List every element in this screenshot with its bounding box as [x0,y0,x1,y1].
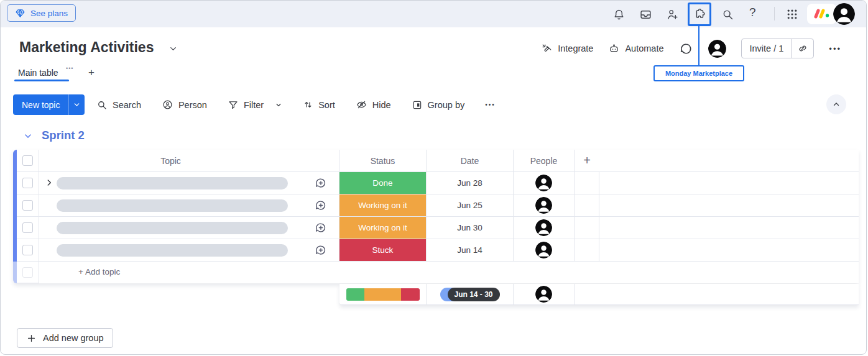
expand-row-chevron-icon[interactable] [45,178,53,187]
copy-link-icon[interactable] [792,39,813,58]
add-update-cell[interactable] [302,194,339,217]
row-checkbox[interactable] [22,222,33,233]
filter-button[interactable]: Filter [228,99,282,111]
board-owner-avatar[interactable] [708,40,726,58]
toolbar-more-options[interactable]: ••• [485,101,496,108]
group-by-icon [412,99,423,111]
people-cell[interactable] [514,217,575,239]
status-label[interactable]: Stuck [339,239,426,261]
topic-cell[interactable] [39,217,302,239]
add-column-button[interactable]: + [575,150,599,172]
person-avatar[interactable] [535,197,552,214]
filter-chevron-down-icon[interactable] [275,101,282,109]
inbox-tray-icon[interactable] [639,7,652,21]
summary-filler [575,284,859,304]
distribution-segment-done[interactable] [346,288,365,301]
board-more-options-button[interactable]: ••• [829,44,841,53]
select-all-checkbox[interactable] [22,155,33,166]
search-label: Search [113,100,141,110]
help-icon[interactable]: ? [749,6,756,19]
topic-cell[interactable] [39,172,302,194]
date-cell[interactable]: Jun 25 [427,194,514,217]
add-topic-button[interactable]: + Add topic [78,267,120,276]
date-cell[interactable]: Jun 28 [427,172,514,194]
sort-arrows-icon [303,99,313,110]
distribution-segment-stuck[interactable] [401,288,420,301]
search-button[interactable]: Search [96,99,141,111]
column-header-topic[interactable]: Topic [39,150,302,172]
people-cell[interactable] [514,194,575,217]
status-label[interactable]: Working on it [339,217,426,239]
add-topic-row[interactable]: + Add topic [13,262,859,283]
date-cell[interactable]: Jun 14 [427,239,514,262]
monday-logo[interactable] [811,7,832,21]
board-title-chevron-down-icon[interactable] [169,44,178,53]
topic-cell[interactable] [39,194,302,217]
sort-button[interactable]: Sort [303,99,335,110]
hide-button[interactable]: Hide [356,99,391,111]
status-distribution-bar[interactable] [346,288,420,301]
people-cell[interactable] [514,239,575,262]
person-avatar[interactable] [535,286,552,303]
add-new-group-button[interactable]: Add new group [17,328,113,348]
status-label[interactable]: Done [339,172,426,194]
row-checkbox[interactable] [22,200,33,211]
new-topic-label[interactable]: New topic [13,94,68,115]
distribution-segment-working[interactable] [364,288,401,301]
add-update-bubble-icon[interactable] [314,199,328,212]
person-avatar[interactable] [535,175,552,191]
tab-main-table[interactable]: Main table [18,68,58,78]
person-filter-button[interactable]: Person [162,99,207,111]
row-select-cell [17,217,39,239]
group-collapse-chevron-icon[interactable] [23,131,33,141]
notifications-bell-icon[interactable] [612,7,626,21]
date-cell[interactable]: Jun 30 [427,217,514,239]
column-header-status[interactable]: Status [339,150,427,172]
search-icon[interactable] [721,7,734,21]
automate-button[interactable]: Automate [608,43,663,55]
group-by-button[interactable]: Group by [412,99,465,111]
invite-label[interactable]: Invite / 1 [742,39,792,58]
row-checkbox[interactable] [22,178,33,188]
add-update-cell[interactable] [302,239,339,262]
integrate-label: Integrate [558,43,593,53]
add-update-bubble-icon[interactable] [314,221,328,235]
new-topic-button[interactable]: New topic [13,94,85,115]
row-select-cell [17,262,39,283]
status-label[interactable]: Working on it [339,194,426,216]
status-summary-cell [339,284,427,304]
empty-cell [575,172,599,194]
see-plans-button[interactable]: See plans [7,4,76,22]
person-avatar[interactable] [535,219,552,236]
invite-button[interactable]: Invite / 1 [741,39,815,58]
user-avatar[interactable] [833,3,855,25]
group-summary-row: Jun 14 - 30 [339,284,859,305]
select-all-cell [17,150,39,172]
row-checkbox[interactable] [22,245,33,255]
integrate-button[interactable]: Integrate [541,43,593,55]
topic-cell[interactable] [39,239,302,262]
add-update-bubble-icon[interactable] [314,176,328,190]
app-window: See plans ? [0,0,867,355]
column-header-date[interactable]: Date [427,150,514,172]
apps-grid-icon[interactable] [785,7,799,21]
group-title[interactable]: Sprint 2 [42,129,85,142]
row-filler [599,194,859,217]
marketplace-puzzle-icon[interactable] [688,2,711,26]
group-table: Topic Status Date People + [13,150,859,305]
collapse-toolbar-button[interactable] [826,94,846,114]
date-range-pill[interactable]: Jun 14 - 30 [440,288,500,301]
new-topic-chevron-down-icon[interactable] [68,94,85,115]
board-title[interactable]: Marketing Activities [19,39,154,56]
column-header-people[interactable]: People [514,150,575,172]
invite-members-icon[interactable] [665,7,679,21]
add-tab-button[interactable]: + [88,66,95,79]
tab-more-options[interactable]: ••• [66,65,73,71]
person-avatar[interactable] [535,242,552,258]
chat-bubble-icon[interactable] [679,42,693,56]
add-update-cell[interactable] [302,172,339,194]
people-cell[interactable] [514,172,575,194]
add-update-bubble-icon[interactable] [314,244,328,257]
active-tab-underline [14,80,69,81]
add-update-cell[interactable] [302,217,339,239]
